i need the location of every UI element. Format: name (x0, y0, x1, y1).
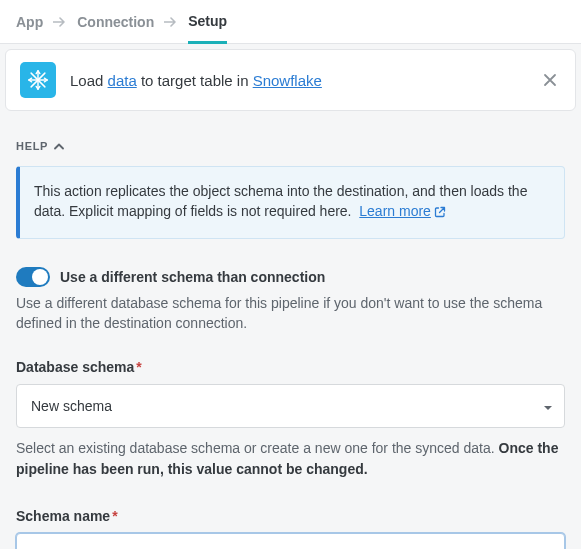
close-button[interactable] (539, 69, 561, 91)
wizard-tabs: App Connection Setup (0, 0, 581, 44)
schema-name-input[interactable] (16, 533, 565, 549)
step-title: Load data to target table in Snowflake (70, 72, 322, 89)
title-word: Load (70, 72, 103, 89)
info-text: This action replicates the object schema… (34, 183, 527, 219)
data-link[interactable]: data (108, 72, 137, 89)
destination-link[interactable]: Snowflake (253, 72, 322, 89)
step-header: Load data to target table in Snowflake (5, 49, 576, 111)
db-schema-select[interactable]: New schema (16, 384, 565, 428)
schema-toggle-row: Use a different schema than connection (16, 267, 565, 287)
help-label: HELP (16, 140, 48, 152)
arrow-right-icon (164, 17, 178, 27)
db-schema-label: Database schema* (16, 359, 565, 375)
chevron-up-icon (54, 143, 64, 150)
use-different-schema-toggle[interactable] (16, 267, 50, 287)
toggle-help-text: Use a different database schema for this… (16, 293, 565, 334)
required-asterisk: * (136, 359, 141, 375)
db-schema-value: New schema (31, 398, 112, 414)
required-asterisk: * (112, 508, 117, 524)
tab-app[interactable]: App (16, 2, 43, 42)
title-word: to target table in (141, 72, 249, 89)
info-banner: This action replicates the object schema… (16, 166, 565, 239)
external-link-icon (434, 203, 446, 223)
snowflake-icon (20, 62, 56, 98)
tab-setup[interactable]: Setup (188, 1, 227, 44)
tab-connection[interactable]: Connection (77, 2, 154, 42)
caret-down-icon (543, 398, 553, 414)
help-toggle[interactable]: HELP (16, 140, 64, 152)
close-icon (543, 73, 557, 87)
db-schema-help: Select an existing database schema or cr… (16, 438, 565, 480)
schema-name-label: Schema name* (16, 508, 565, 524)
toggle-label: Use a different schema than connection (60, 269, 325, 285)
form-body: HELP This action replicates the object s… (0, 111, 581, 549)
learn-more-link[interactable]: Learn more (359, 203, 446, 219)
arrow-right-icon (53, 17, 67, 27)
